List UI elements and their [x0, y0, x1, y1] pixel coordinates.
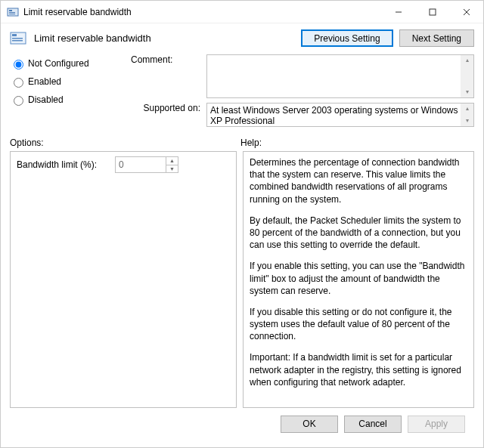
comment-textarea[interactable]: ▴▾ — [206, 54, 474, 98]
svg-rect-9 — [12, 34, 17, 36]
maximize-button[interactable] — [415, 1, 449, 23]
supported-on-value: At least Windows Server 2003 operating s… — [210, 105, 458, 126]
comment-label: Comment: — [131, 54, 206, 98]
help-paragraph: If you disable this setting or do not co… — [250, 306, 467, 343]
radio-not-configured-label: Not Configured — [28, 58, 89, 69]
radio-enabled[interactable]: Enabled — [10, 73, 131, 91]
cancel-button[interactable]: Cancel — [344, 416, 402, 433]
radio-enabled-input[interactable] — [14, 78, 23, 88]
bandwidth-limit-label: Bandwidth limit (%): — [17, 159, 115, 170]
svg-rect-11 — [12, 40, 23, 42]
page-title: Limit reservable bandwidth — [34, 32, 151, 44]
spinner-up-button[interactable]: ▲ — [166, 157, 178, 165]
help-paragraph: Important: If a bandwidth limit is set f… — [250, 351, 467, 388]
supported-on-label: Supported on: — [131, 103, 206, 127]
state-radio-group: Not Configured Enabled Disabled — [10, 54, 131, 127]
svg-rect-2 — [9, 12, 15, 13]
policy-header-icon — [10, 31, 28, 46]
ok-button[interactable]: OK — [281, 416, 338, 433]
content-area: Limit reservable bandwidth Previous Sett… — [1, 23, 483, 447]
radio-not-configured-input[interactable] — [14, 60, 23, 70]
previous-setting-button[interactable]: Previous Setting — [301, 29, 392, 47]
policy-icon — [7, 6, 19, 18]
options-panel: Bandwidth limit (%): 0 ▲ ▼ — [10, 151, 237, 408]
radio-not-configured[interactable]: Not Configured — [10, 54, 131, 73]
radio-enabled-label: Enabled — [28, 76, 61, 87]
window-title: Limit reservable bandwidth — [23, 7, 132, 17]
comment-scrollbar[interactable]: ▴▾ — [461, 55, 473, 97]
radio-disabled-label: Disabled — [28, 94, 64, 105]
supported-scrollbar[interactable]: ▴▾ — [461, 104, 473, 126]
radio-disabled[interactable]: Disabled — [10, 91, 131, 109]
close-button[interactable] — [449, 1, 483, 23]
apply-button: Apply — [408, 416, 465, 433]
radio-disabled-input[interactable] — [14, 96, 23, 106]
help-paragraph: By default, the Packet Scheduler limits … — [250, 215, 467, 252]
title-bar: Limit reservable bandwidth — [1, 1, 483, 23]
help-heading: Help: — [240, 137, 262, 148]
supported-on-text: At least Windows Server 2003 operating s… — [206, 103, 474, 127]
bandwidth-limit-spinner[interactable]: 0 ▲ ▼ — [115, 156, 178, 173]
options-heading: Options: — [10, 137, 240, 148]
svg-rect-5 — [430, 9, 436, 15]
spinner-down-button[interactable]: ▼ — [166, 165, 178, 173]
svg-rect-3 — [9, 14, 15, 14]
svg-rect-10 — [12, 38, 23, 39]
next-setting-button[interactable]: Next Setting — [399, 29, 474, 47]
window: Limit reservable bandwidth Limit reserva… — [0, 0, 484, 448]
dialog-buttons: OK Cancel Apply — [10, 408, 474, 440]
bandwidth-limit-value[interactable]: 0 — [116, 159, 166, 170]
help-paragraph: Determines the percentage of connection … — [250, 156, 467, 205]
minimize-button[interactable] — [381, 1, 415, 23]
svg-rect-1 — [9, 10, 12, 11]
help-paragraph: If you enable this setting, you can use … — [250, 260, 467, 297]
help-panel: Determines the percentage of connection … — [243, 151, 474, 408]
